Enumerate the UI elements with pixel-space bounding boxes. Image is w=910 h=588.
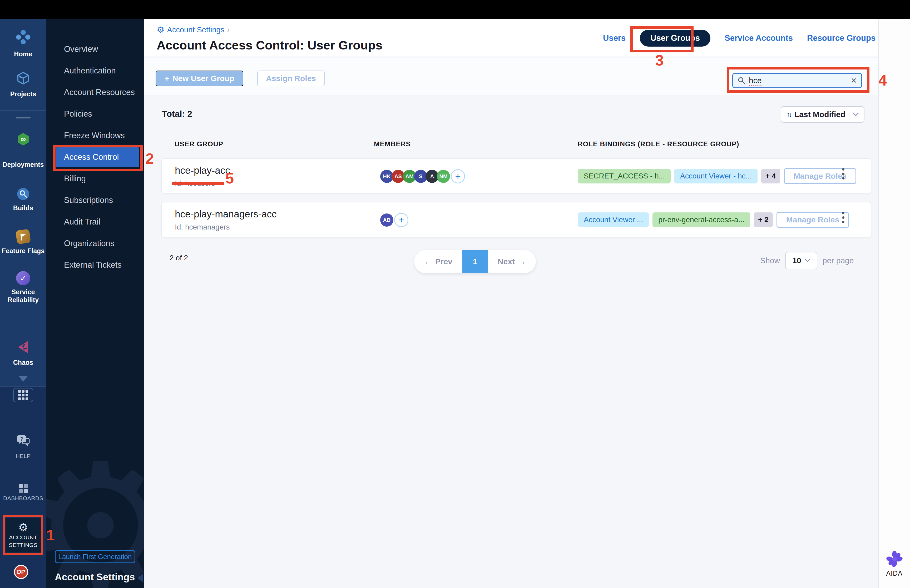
role-binding-chip[interactable]: SECRET_ACCESS - h... bbox=[578, 169, 671, 183]
gear-watermark-icon: ⚙ bbox=[46, 440, 144, 588]
chaos-icon[interactable] bbox=[16, 340, 30, 354]
home-icon[interactable] bbox=[16, 30, 30, 44]
pagination-count: 2 of 2 bbox=[170, 254, 188, 262]
annotation-number-2: 2 bbox=[145, 151, 154, 166]
menu-item-authentication[interactable]: Authentication bbox=[46, 60, 144, 82]
menu-item-audit-trail[interactable]: Audit Trail bbox=[46, 211, 144, 233]
top-black-bar bbox=[0, 0, 910, 19]
new-user-group-button[interactable]: + New User Group bbox=[156, 71, 243, 86]
user-groups-list: Total: 2 ↑↓ Last Modified USER GROUP MEM… bbox=[144, 96, 910, 588]
module-selector-button[interactable] bbox=[13, 388, 33, 402]
builds-icon[interactable] bbox=[16, 187, 30, 201]
assign-roles-button[interactable]: Assign Roles bbox=[257, 71, 325, 86]
plus-icon: + bbox=[165, 74, 169, 83]
rail-item-chaos[interactable]: Chaos bbox=[0, 359, 46, 367]
add-member-button[interactable]: + bbox=[394, 213, 408, 227]
annotation-underline-5 bbox=[172, 182, 224, 185]
rail-item-help[interactable]: HELP bbox=[0, 452, 46, 460]
avatar[interactable]: AB bbox=[380, 213, 393, 227]
right-margin-strip: AIDA bbox=[878, 19, 910, 588]
aida-icon bbox=[886, 551, 903, 567]
sort-dropdown[interactable]: ↑↓ Last Modified bbox=[781, 106, 865, 123]
row-menu-icon[interactable] bbox=[842, 168, 844, 179]
annotation-box-2 bbox=[53, 145, 143, 171]
annotation-number-1: 1 bbox=[46, 527, 55, 543]
current-page-button[interactable]: 1 bbox=[462, 250, 488, 273]
pagination: ← Prev 1 Next → bbox=[414, 250, 536, 273]
projects-icon[interactable] bbox=[16, 71, 30, 85]
rail-item-feature-flags[interactable]: Feature Flags bbox=[0, 247, 46, 255]
next-page-button[interactable]: Next → bbox=[488, 257, 536, 266]
page-title: Account Access Control: User Groups bbox=[157, 38, 382, 52]
svg-text:∞: ∞ bbox=[21, 135, 26, 143]
column-user-group: USER GROUP bbox=[175, 140, 223, 148]
feature-flags-icon[interactable] bbox=[16, 229, 30, 244]
more-bindings-badge[interactable]: + 2 bbox=[754, 212, 773, 227]
role-bindings: Account Viewer ... pr-env-general-access… bbox=[578, 212, 849, 228]
sidebar-panel-title: Account Settings bbox=[55, 572, 135, 583]
arrow-right-icon: → bbox=[518, 257, 526, 266]
rail-item-home[interactable]: Home bbox=[0, 50, 46, 58]
deployments-icon[interactable]: ∞ bbox=[16, 132, 30, 146]
group-name[interactable]: hce-play-managers-acc bbox=[175, 209, 277, 220]
manage-roles-button[interactable]: Manage Roles bbox=[776, 212, 849, 228]
module-rail: Home Projects ∞ Deployments Builds Featu… bbox=[0, 19, 46, 588]
table-row[interactable]: hce-play-managers-acc Id: hcemanagers AB… bbox=[162, 202, 871, 237]
tab-resource-groups[interactable]: Resource Groups bbox=[807, 34, 876, 43]
avatar[interactable]: NM bbox=[437, 170, 450, 183]
aida-label: AIDA bbox=[886, 570, 902, 577]
settings-gear-icon: ⚙ bbox=[157, 26, 165, 34]
rail-scroll-dash bbox=[16, 117, 31, 118]
aida-widget[interactable]: AIDA bbox=[879, 551, 910, 577]
dashboards-icon[interactable] bbox=[16, 482, 30, 496]
group-id: Id: hcemanagers bbox=[175, 223, 230, 231]
rail-item-deployments[interactable]: Deployments bbox=[0, 161, 46, 168]
main-content: ⚙ Account Settings › Account Access Cont… bbox=[144, 19, 910, 588]
breadcrumb-chevron-icon: › bbox=[227, 25, 230, 34]
role-binding-chip[interactable]: pr-env-general-access-a... bbox=[653, 212, 750, 227]
add-member-button[interactable]: + bbox=[451, 169, 465, 183]
column-role-bindings: ROLE BINDINGS (ROLE - RESOURCE GROUP) bbox=[578, 140, 739, 148]
total-count: Total: 2 bbox=[162, 109, 192, 119]
table-row[interactable]: hce-play-acc Id: hceusers HK AS AM S A N… bbox=[162, 158, 871, 194]
tab-users[interactable]: Users bbox=[603, 34, 626, 43]
menu-item-billing[interactable]: Billing bbox=[46, 168, 144, 189]
prev-page-button[interactable]: ← Prev bbox=[414, 257, 462, 266]
launch-first-generation-button[interactable]: Launch First Generation bbox=[55, 550, 135, 563]
annotation-box-3 bbox=[630, 26, 693, 52]
menu-item-subscriptions[interactable]: Subscriptions bbox=[46, 189, 144, 211]
rail-divider bbox=[0, 110, 46, 111]
user-avatar[interactable]: DP bbox=[14, 565, 28, 579]
menu-item-external-tickets[interactable]: External Tickets bbox=[46, 254, 144, 276]
arrow-left-icon: ← bbox=[424, 257, 432, 266]
more-bindings-badge[interactable]: + 4 bbox=[761, 169, 780, 183]
menu-item-account-resources[interactable]: Account Resources bbox=[46, 82, 144, 103]
role-bindings: SECRET_ACCESS - h... Account Viewer - hc… bbox=[578, 168, 856, 184]
page-size-dropdown[interactable]: 10 bbox=[785, 252, 817, 269]
help-icon[interactable]: ? bbox=[16, 434, 30, 448]
rail-item-builds[interactable]: Builds bbox=[0, 204, 46, 212]
breadcrumb[interactable]: ⚙ Account Settings › bbox=[157, 25, 230, 34]
rail-item-projects[interactable]: Projects bbox=[0, 90, 46, 98]
row-menu-icon[interactable] bbox=[842, 212, 844, 223]
page-header: ⚙ Account Settings › Account Access Cont… bbox=[144, 19, 910, 57]
menu-item-freeze-windows[interactable]: Freeze Windows bbox=[46, 125, 144, 146]
page-size-control: Show 10 per page bbox=[760, 252, 853, 269]
rail-collapse-arrow[interactable] bbox=[18, 376, 28, 382]
group-name[interactable]: hce-play-acc bbox=[175, 165, 230, 176]
service-reliability-icon[interactable]: ✓ bbox=[16, 271, 30, 285]
tab-service-accounts[interactable]: Service Accounts bbox=[725, 34, 793, 43]
member-avatars: AB + bbox=[380, 213, 408, 227]
chevron-down-icon bbox=[805, 259, 810, 262]
rail-item-service-reliability[interactable]: Service Reliability bbox=[0, 288, 46, 304]
role-binding-chip[interactable]: Account Viewer - hc... bbox=[674, 169, 758, 183]
sort-arrows-icon: ↑↓ bbox=[787, 110, 791, 119]
menu-item-overview[interactable]: Overview bbox=[46, 39, 144, 60]
menu-item-organizations[interactable]: Organizations bbox=[46, 233, 144, 254]
manage-roles-button[interactable]: Manage Roles bbox=[784, 168, 857, 184]
role-binding-chip[interactable]: Account Viewer ... bbox=[578, 212, 649, 227]
menu-item-policies[interactable]: Policies bbox=[46, 103, 144, 125]
sidebar-collapse-icon[interactable] bbox=[137, 574, 143, 582]
grid-icon bbox=[18, 390, 28, 400]
rail-item-dashboards[interactable]: DASHBOARDS bbox=[0, 494, 46, 502]
